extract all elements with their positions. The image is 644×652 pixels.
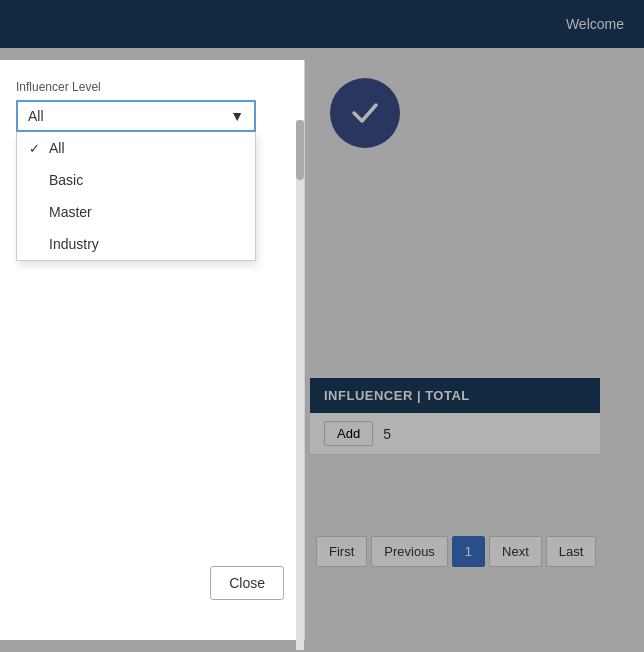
scrollbar-thumb[interactable] [296, 120, 304, 180]
dropdown-arrow-icon: ▼ [230, 108, 244, 124]
dropdown-option-industry[interactable]: Industry [17, 228, 255, 260]
selected-checkmark-icon: ✓ [29, 141, 43, 156]
dropdown-option-basic[interactable]: Basic [17, 164, 255, 196]
close-button[interactable]: Close [210, 566, 284, 600]
dropdown-option-master-label: Master [49, 204, 92, 220]
close-area: Close [210, 566, 284, 600]
influencer-level-dropdown[interactable]: All ▼ ✓ All Basic Master Industry [16, 100, 256, 132]
dropdown-selected-value: All [28, 108, 44, 124]
unselected-placeholder-2 [29, 205, 43, 220]
dropdown-option-basic-label: Basic [49, 172, 83, 188]
dropdown-option-master[interactable]: Master [17, 196, 255, 228]
dropdown-option-all[interactable]: ✓ All [17, 132, 255, 164]
dropdown-list: ✓ All Basic Master Industry [16, 132, 256, 261]
dropdown-input[interactable]: All ▼ [16, 100, 256, 132]
dropdown-option-all-label: All [49, 140, 65, 156]
modal-panel: Influencer Level All ▼ ✓ All Basic Maste… [0, 60, 305, 640]
influencer-level-label: Influencer Level [16, 80, 288, 94]
dropdown-option-industry-label: Industry [49, 236, 99, 252]
unselected-placeholder [29, 173, 43, 188]
scrollbar-track[interactable] [296, 120, 304, 650]
unselected-placeholder-3 [29, 237, 43, 252]
